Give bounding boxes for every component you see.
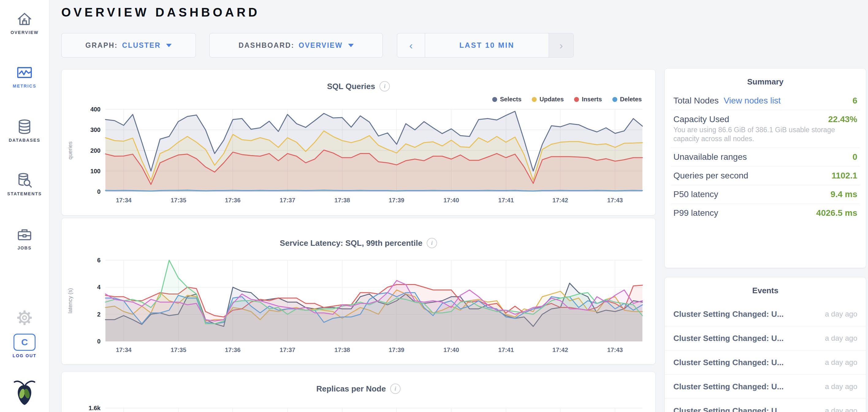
graph-dropdown[interactable]: GRAPH: CLUSTER xyxy=(61,33,196,58)
svg-text:6: 6 xyxy=(97,257,100,264)
summary-value: 6 xyxy=(852,96,857,106)
svg-text:17:38: 17:38 xyxy=(334,346,350,353)
event-row[interactable]: Cluster Setting Changed: U... a day ago xyxy=(665,375,866,399)
settings-button[interactable] xyxy=(0,310,49,326)
svg-text:latency (s): latency (s) xyxy=(67,288,73,313)
event-time: a day ago xyxy=(825,382,857,391)
service-latency-panel: Service Latency: SQL, 99th percentile i … xyxy=(61,218,656,365)
summary-card: Summary Total Nodes View nodes list 6 Ca… xyxy=(664,68,866,268)
svg-text:17:43: 17:43 xyxy=(607,346,623,353)
divider xyxy=(671,166,860,167)
chevron-down-icon xyxy=(348,44,354,47)
svg-text:100: 100 xyxy=(90,168,100,174)
summary-row-qps: Queries per second 1102.1 xyxy=(665,167,866,184)
summary-label: Unavailable ranges xyxy=(673,152,747,162)
page-title: OVERVIEW DASHBOARD xyxy=(61,5,260,19)
svg-text:300: 300 xyxy=(90,127,100,133)
svg-text:17:37: 17:37 xyxy=(280,197,295,204)
time-prev-button[interactable]: ‹ xyxy=(397,33,425,57)
dashboard-dropdown-value: OVERVIEW xyxy=(299,41,343,49)
sql-queries-panel: SQL Queries i SelectsUpdatesInsertsDelet… xyxy=(61,69,656,215)
events-card: Events Cluster Setting Changed: U... a d… xyxy=(664,277,866,412)
sidebar-item-label: DATABASES xyxy=(0,138,49,143)
sidebar-item-overview[interactable]: OVERVIEW xyxy=(0,10,49,35)
event-time: a day ago xyxy=(825,334,857,343)
summary-label: Total Nodes xyxy=(673,96,719,106)
sidebar-item-label: JOBS xyxy=(0,245,49,250)
svg-text:0: 0 xyxy=(97,338,100,345)
svg-text:17:39: 17:39 xyxy=(389,197,404,204)
sidebar-item-label: OVERVIEW xyxy=(0,30,49,35)
cockroach-bug-icon xyxy=(13,379,36,406)
svg-text:1.6k: 1.6k xyxy=(89,405,101,411)
replicas-per-node-chart: 1.6k xyxy=(62,372,655,412)
events-list: Cluster Setting Changed: U... a day ago … xyxy=(665,302,866,412)
divider xyxy=(671,147,860,148)
summary-row-unavailable-ranges: Unavailable ranges 0 xyxy=(665,148,866,166)
dashboard-dropdown-label: DASHBOARD: xyxy=(239,41,294,49)
svg-text:17:41: 17:41 xyxy=(498,197,514,204)
sidebar-item-metrics[interactable]: METRICS xyxy=(0,64,49,89)
summary-label: P99 latency xyxy=(673,208,718,218)
svg-text:17:36: 17:36 xyxy=(225,197,241,204)
svg-text:17:36: 17:36 xyxy=(225,346,241,353)
divider xyxy=(671,204,860,204)
summary-row-p50: P50 latency 9.4 ms xyxy=(665,186,866,203)
event-title: Cluster Setting Changed: U... xyxy=(673,406,784,412)
divider xyxy=(671,110,860,110)
logout-label: LOG OUT xyxy=(0,353,49,358)
event-row[interactable]: Cluster Setting Changed: U... a day ago xyxy=(665,350,866,375)
summary-label: Queries per second xyxy=(673,171,748,181)
event-row[interactable]: Cluster Setting Changed: U... a day ago xyxy=(665,326,866,350)
sql-queries-chart: 17:3417:3517:3617:3717:3817:3917:4017:41… xyxy=(62,69,655,215)
event-title: Cluster Setting Changed: U... xyxy=(673,358,784,367)
chevron-right-icon: › xyxy=(559,39,563,52)
cockroachdb-logo xyxy=(0,379,49,406)
summary-value: 0 xyxy=(852,152,857,162)
svg-text:2: 2 xyxy=(97,311,100,318)
event-row[interactable]: Cluster Setting Changed: U... a day ago xyxy=(665,399,866,412)
metrics-icon xyxy=(16,64,33,81)
sidebar-item-databases[interactable]: DATABASES xyxy=(0,118,49,143)
time-range-button[interactable]: LAST 10 MIN xyxy=(425,33,549,57)
event-title: Cluster Setting Changed: U... xyxy=(673,382,784,391)
sidebar-item-jobs[interactable]: JOBS xyxy=(0,226,49,250)
chevron-left-icon: ‹ xyxy=(409,39,412,52)
svg-text:4: 4 xyxy=(97,284,101,290)
event-time: a day ago xyxy=(825,358,857,367)
svg-text:17:42: 17:42 xyxy=(552,346,568,353)
databases-icon xyxy=(16,118,33,135)
dashboard-dropdown[interactable]: DASHBOARD: OVERVIEW xyxy=(209,33,383,58)
capacity-description: You are using 86.6 GiB of 386.1 GiB usab… xyxy=(673,126,857,143)
sidebar-item-label: METRICS xyxy=(0,83,49,89)
summary-row-p99: P99 latency 4026.5 ms xyxy=(665,204,866,221)
service-latency-chart: 17:3417:3517:3617:3717:3817:3917:4017:41… xyxy=(62,218,655,364)
svg-text:17:40: 17:40 xyxy=(443,346,459,353)
svg-text:17:42: 17:42 xyxy=(552,197,568,204)
view-nodes-link[interactable]: View nodes list xyxy=(724,96,781,106)
summary-label: P50 latency xyxy=(673,190,718,199)
event-title: Cluster Setting Changed: U... xyxy=(673,309,784,319)
event-title: Cluster Setting Changed: U... xyxy=(673,334,784,343)
graph-dropdown-label: GRAPH: xyxy=(86,41,118,49)
svg-text:17:39: 17:39 xyxy=(389,346,404,353)
logout-button[interactable]: C LOG OUT xyxy=(0,334,49,358)
chevron-down-icon xyxy=(166,44,172,47)
graph-dropdown-value: CLUSTER xyxy=(122,41,161,49)
sidebar: OVERVIEW METRICS DATABASES xyxy=(0,0,49,412)
event-row[interactable]: Cluster Setting Changed: U... a day ago xyxy=(665,302,866,326)
cockroach-c-icon: C xyxy=(13,334,36,351)
svg-text:17:41: 17:41 xyxy=(498,346,514,353)
statements-icon xyxy=(16,172,33,189)
event-time: a day ago xyxy=(825,310,857,318)
svg-text:17:43: 17:43 xyxy=(607,197,623,204)
summary-label: Capacity Used xyxy=(673,114,729,124)
gear-icon xyxy=(17,310,32,326)
svg-text:0: 0 xyxy=(97,188,100,195)
svg-text:17:38: 17:38 xyxy=(334,197,350,204)
time-window-selector: ‹ LAST 10 MIN › xyxy=(397,33,574,58)
svg-text:17:34: 17:34 xyxy=(116,346,132,353)
time-next-button[interactable]: › xyxy=(549,33,574,57)
sidebar-item-statements[interactable]: STATEMENTS xyxy=(0,172,49,196)
summary-title: Summary xyxy=(665,77,866,87)
